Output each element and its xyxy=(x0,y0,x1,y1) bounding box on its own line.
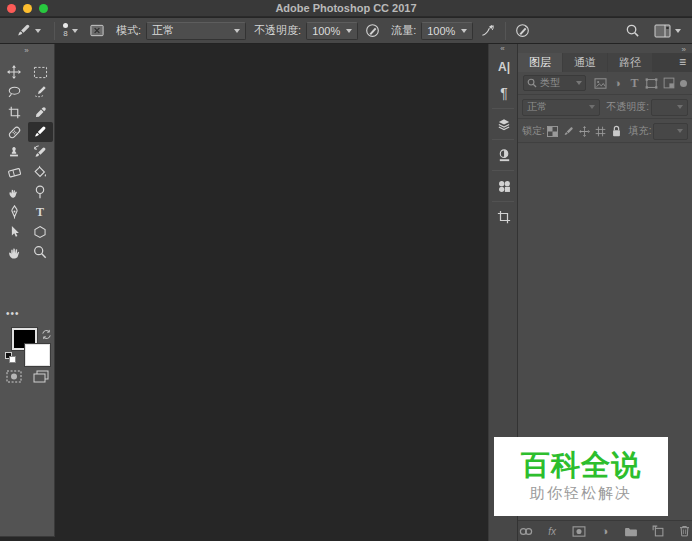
quick-mask-button[interactable] xyxy=(6,369,22,387)
magnifier-icon xyxy=(33,245,47,259)
chevron-down-icon xyxy=(576,81,582,85)
marquee-tool-button[interactable] xyxy=(28,62,53,82)
background-color-swatch[interactable] xyxy=(25,344,50,366)
eraser-tool-button[interactable] xyxy=(2,162,27,182)
artboard-icon xyxy=(595,126,606,137)
hand-tool-button[interactable] xyxy=(2,242,27,262)
watermark-subtitle: 助你轻松解决 xyxy=(530,484,632,503)
pen-icon xyxy=(9,205,20,219)
tab-channels[interactable]: 通道 xyxy=(563,53,607,72)
flow-select[interactable]: 100% xyxy=(421,22,473,40)
collapse-tools-chevron[interactable]: » xyxy=(0,46,54,55)
new-group-button[interactable] xyxy=(624,523,639,539)
layer-comps-panel-button[interactable] xyxy=(489,111,519,137)
quick-selection-tool-button[interactable] xyxy=(28,82,53,102)
character-panel-button[interactable]: A| xyxy=(489,54,519,80)
lock-transparency-button[interactable] xyxy=(546,123,560,139)
half-circle-icon: ◑ xyxy=(614,77,621,89)
trash-icon xyxy=(679,525,690,537)
photoshop-window: Adobe Photoshop CC 2017 8 模式: 正 xyxy=(0,0,692,541)
link-layers-button[interactable] xyxy=(518,523,533,539)
lasso-tool-button[interactable] xyxy=(2,82,27,102)
brush-settings-panel-toggle[interactable] xyxy=(86,20,108,42)
type-tool-button[interactable]: T xyxy=(28,202,53,222)
gradient-tool-button[interactable] xyxy=(28,162,53,182)
type-icon: T xyxy=(630,76,638,91)
mask-icon xyxy=(572,526,586,537)
libraries-panel-button[interactable] xyxy=(489,173,519,199)
shape-tool-button[interactable] xyxy=(28,222,53,242)
tool-preset-picker[interactable] xyxy=(8,20,48,42)
hand-icon xyxy=(7,245,21,259)
lock-row: 锁定: 填充: xyxy=(518,120,692,143)
crop-icon xyxy=(8,106,21,119)
pressure-size-button[interactable] xyxy=(512,20,533,42)
clone-stamp-tool-button[interactable] xyxy=(2,142,27,162)
filter-pixel-layers-button[interactable] xyxy=(592,75,609,91)
history-brush-tool-button[interactable] xyxy=(28,142,53,162)
opacity-select[interactable]: 100% xyxy=(306,22,358,40)
new-adjustment-layer-button[interactable]: ◑ xyxy=(597,523,612,539)
lock-pixels-button[interactable] xyxy=(562,123,576,139)
smart-object-icon xyxy=(663,77,675,89)
new-layer-button[interactable] xyxy=(650,523,665,539)
pen-tool-button[interactable] xyxy=(2,202,27,222)
filter-type-select[interactable]: 类型 xyxy=(523,75,586,91)
selection-arrow-icon xyxy=(9,225,20,239)
eyedropper-icon xyxy=(34,106,47,119)
swap-colors-button[interactable] xyxy=(41,326,52,344)
eyedropper-tool-button[interactable] xyxy=(28,102,53,122)
title-bar[interactable]: Adobe Photoshop CC 2017 xyxy=(0,0,692,17)
paragraph-panel-button[interactable]: ¶ xyxy=(489,80,519,106)
window-title: Adobe Photoshop CC 2017 xyxy=(0,0,692,17)
pressure-opacity-button[interactable] xyxy=(362,20,383,42)
search-button[interactable] xyxy=(622,20,643,42)
move-icon xyxy=(7,65,21,79)
add-mask-button[interactable] xyxy=(571,523,586,539)
tab-layers[interactable]: 图层 xyxy=(518,53,562,72)
brush-tool-button[interactable] xyxy=(28,122,53,142)
path-selection-tool-button[interactable] xyxy=(2,222,27,242)
healing-bandage-icon xyxy=(7,125,22,140)
chevron-down-icon xyxy=(589,105,595,109)
fill-select[interactable] xyxy=(653,123,687,140)
delete-layer-button[interactable] xyxy=(677,523,692,539)
eraser-icon xyxy=(7,166,22,179)
workspace-switcher[interactable] xyxy=(651,20,684,42)
blend-mode-select[interactable]: 正常 xyxy=(522,99,600,116)
panel-menu-button[interactable]: ≡ xyxy=(679,53,686,72)
edit-toolbar-button[interactable]: ••• xyxy=(6,308,20,319)
zoom-tool-button[interactable] xyxy=(28,242,53,262)
tools-panel: » xyxy=(0,44,55,537)
brush-preset-picker[interactable]: 8 xyxy=(61,20,80,42)
lock-artboard-button[interactable] xyxy=(594,123,608,139)
layer-opacity-select[interactable] xyxy=(651,99,688,116)
move-tool-button[interactable] xyxy=(2,62,27,82)
panel-opacity-label: 不透明度: xyxy=(606,100,649,114)
mode-select[interactable]: 正常 xyxy=(146,22,246,40)
filter-shape-layers-button[interactable] xyxy=(643,75,660,91)
filter-smart-objects-button[interactable] xyxy=(660,75,677,91)
default-colors-button[interactable] xyxy=(5,352,17,364)
crop-tool-button[interactable] xyxy=(2,102,27,122)
smudge-tool-button[interactable] xyxy=(2,182,27,202)
expand-dock-chevron[interactable]: « xyxy=(489,44,517,54)
brush-icon xyxy=(16,23,31,38)
lock-position-button[interactable] xyxy=(578,123,592,139)
folder-icon xyxy=(624,526,638,537)
properties-panel-button[interactable] xyxy=(489,204,519,230)
canvas-area[interactable] xyxy=(56,44,488,541)
brush-size-value: 8 xyxy=(63,30,67,38)
screen-mode-button[interactable] xyxy=(33,369,49,387)
filter-type-layers-button[interactable]: T xyxy=(626,75,643,91)
layer-style-button[interactable]: fx xyxy=(544,523,559,539)
dodge-tool-button[interactable] xyxy=(28,182,53,202)
adjustments-panel-button[interactable] xyxy=(489,142,519,168)
lock-all-button[interactable] xyxy=(610,123,624,139)
tab-paths[interactable]: 路径 xyxy=(608,53,652,72)
spot-healing-tool-button[interactable] xyxy=(2,122,27,142)
airbrush-button[interactable] xyxy=(477,20,499,42)
layer-filter-row: 类型 ◑ T xyxy=(518,72,692,95)
filter-adjustment-layers-button[interactable]: ◑ xyxy=(609,75,626,91)
filter-toggle-button[interactable] xyxy=(680,80,687,87)
